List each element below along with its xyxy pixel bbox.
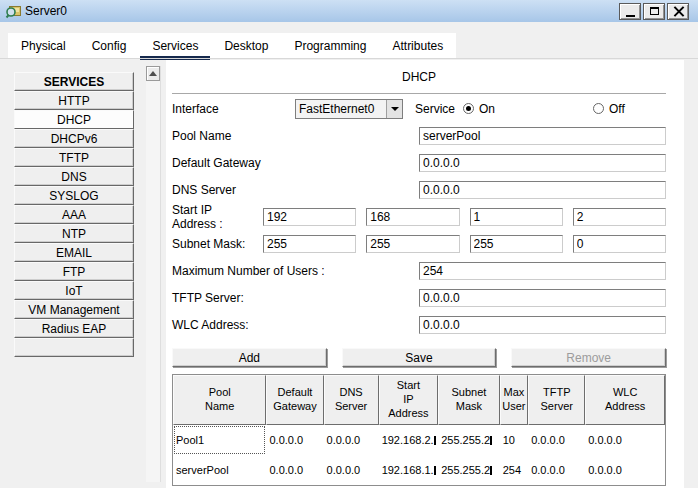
sidebar-item-email[interactable]: EMAIL: [14, 243, 134, 262]
service-on-label: On: [479, 102, 495, 116]
column-header: DNS Server: [324, 375, 379, 425]
sidebar-scrollbar[interactable]: [146, 66, 161, 482]
pool-name-row: Pool Name: [172, 122, 666, 149]
subnet-mask-row: Subnet Mask:: [172, 230, 666, 257]
pool-name-label: Pool Name: [172, 129, 419, 143]
wlc-address-input[interactable]: [419, 316, 666, 334]
service-off-radio[interactable]: [593, 103, 604, 114]
window-title: Server0: [25, 4, 67, 18]
tab-desktop[interactable]: Desktop: [211, 33, 281, 58]
service-on-radio[interactable]: [463, 103, 474, 114]
scroll-track[interactable]: [146, 81, 160, 482]
dns-server-label: DNS Server: [172, 183, 419, 197]
table-cell[interactable]: 255.255.2: [438, 425, 500, 455]
sidebar-item-http[interactable]: HTTP: [14, 91, 134, 110]
sidebar-item-syslog[interactable]: SYSLOG: [14, 186, 134, 205]
tab-physical[interactable]: Physical: [8, 33, 79, 58]
window-titlebar[interactable]: Server0: [0, 0, 698, 22]
column-header: Start IP Address: [379, 375, 439, 425]
tab-programming[interactable]: Programming: [281, 33, 379, 58]
service-label: Service: [415, 102, 455, 116]
max-users-input[interactable]: [419, 262, 666, 280]
clipped-text-indicator: [490, 466, 492, 475]
column-header: TFTP Server: [528, 375, 585, 425]
tab-config[interactable]: Config: [79, 33, 140, 58]
maximize-button[interactable]: [643, 3, 665, 20]
start-ip-row: Start IP Address :: [172, 203, 666, 230]
sidebar-item-dhcpv6[interactable]: DHCPv6: [14, 129, 134, 148]
table-header-row: Pool NameDefault GatewayDNS ServerStart …: [173, 375, 665, 425]
table-body: Pool10.0.0.00.0.0.0192.168.2.255.255.210…: [173, 425, 665, 485]
minimize-icon: [626, 15, 635, 17]
sidebar-item-iot[interactable]: IoT: [14, 281, 134, 300]
minimize-button[interactable]: [619, 3, 641, 20]
start-ip-octet-1[interactable]: [263, 208, 356, 226]
sidebar-item-dhcp[interactable]: DHCP: [14, 110, 134, 129]
window-controls: [619, 3, 693, 20]
sidebar-item-tftp[interactable]: TFTP: [14, 148, 134, 167]
subnet-mask-octet-2[interactable]: [366, 235, 459, 253]
column-header: WLC Address: [585, 375, 665, 425]
start-ip-octet-3[interactable]: [470, 208, 563, 226]
tftp-server-row: TFTP Server:: [172, 284, 666, 311]
table-cell[interactable]: 192.168.2.: [379, 425, 439, 455]
table-row[interactable]: serverPool0.0.0.00.0.0.0192.168.1.255.25…: [173, 455, 665, 485]
clipped-text-indicator: [490, 436, 492, 445]
pool-name-input[interactable]: [419, 127, 666, 145]
maximize-icon: [650, 7, 659, 15]
sidebar-item-ftp[interactable]: FTP: [14, 262, 134, 281]
dhcp-panel: DHCP Interface FastEthernet0 Service On …: [166, 60, 684, 488]
table-cell[interactable]: 192.168.1.: [379, 455, 439, 485]
sidebar-item-vm-management[interactable]: VM Management: [14, 300, 134, 319]
tab-bar-divider: [0, 58, 698, 59]
start-ip-octet-2[interactable]: [366, 208, 459, 226]
clipped-text-indicator: [434, 466, 436, 475]
tab-bar: PhysicalConfigServicesDesktopProgramming…: [8, 33, 456, 58]
default-gateway-input[interactable]: [419, 154, 666, 172]
app-icon: [5, 4, 21, 19]
table-row[interactable]: Pool10.0.0.00.0.0.0192.168.2.255.255.210…: [173, 425, 665, 455]
table-cell[interactable]: 0.0.0.0: [266, 425, 323, 455]
table-cell[interactable]: 0.0.0.0: [528, 425, 585, 455]
table-cell[interactable]: 0.0.0.0: [324, 425, 379, 455]
services-sidebar: SERVICES HTTPDHCPDHCPv6TFTPDNSSYSLOGAAAN…: [14, 72, 134, 357]
scroll-up-button[interactable]: [146, 66, 160, 81]
table-cell[interactable]: 0.0.0.0: [266, 455, 323, 485]
table-cell[interactable]: 255.255.2: [438, 455, 500, 485]
close-button[interactable]: [667, 3, 689, 20]
column-header: Pool Name: [173, 375, 266, 425]
sidebar-item-aaa[interactable]: AAA: [14, 205, 134, 224]
wlc-address-row: WLC Address:: [172, 311, 666, 338]
subnet-mask-octet-3[interactable]: [470, 235, 563, 253]
table-cell[interactable]: 0.0.0.0: [528, 455, 585, 485]
tftp-server-label: TFTP Server:: [172, 291, 419, 305]
dns-server-input[interactable]: [419, 181, 666, 199]
table-cell[interactable]: 254: [500, 455, 529, 485]
subnet-mask-octet-1[interactable]: [263, 235, 356, 253]
table-cell[interactable]: 0.0.0.0: [585, 425, 665, 455]
server-window: Server0 PhysicalConfigServicesDesktopPro…: [0, 0, 698, 488]
tftp-server-input[interactable]: [419, 289, 666, 307]
wlc-address-label: WLC Address:: [172, 318, 419, 332]
interface-select[interactable]: FastEthernet0: [295, 99, 403, 119]
table-cell[interactable]: serverPool: [173, 455, 266, 485]
tab-services[interactable]: Services: [139, 33, 211, 58]
start-ip-octet-4[interactable]: [573, 208, 666, 226]
sidebar-item-radius-eap[interactable]: Radius EAP: [14, 319, 134, 338]
sidebar-item-dns[interactable]: DNS: [14, 167, 134, 186]
table-cell[interactable]: 10: [500, 425, 529, 455]
remove-button[interactable]: Remove: [511, 348, 666, 367]
arrow-up-icon: [149, 71, 157, 76]
save-button[interactable]: Save: [342, 348, 497, 367]
subnet-mask-octet-4[interactable]: [573, 235, 666, 253]
table-cell[interactable]: Pool1: [173, 425, 266, 455]
table-cell[interactable]: 0.0.0.0: [324, 455, 379, 485]
table-cell[interactable]: 0.0.0.0: [585, 455, 665, 485]
start-ip-label: Start IP Address :: [172, 203, 253, 231]
interface-value: FastEthernet0: [296, 102, 386, 116]
add-button[interactable]: Add: [172, 348, 327, 367]
tab-attributes[interactable]: Attributes: [379, 33, 456, 58]
sidebar-item-ntp[interactable]: NTP: [14, 224, 134, 243]
chevron-down-icon[interactable]: [386, 100, 402, 118]
max-users-row: Maximum Number of Users :: [172, 257, 666, 284]
